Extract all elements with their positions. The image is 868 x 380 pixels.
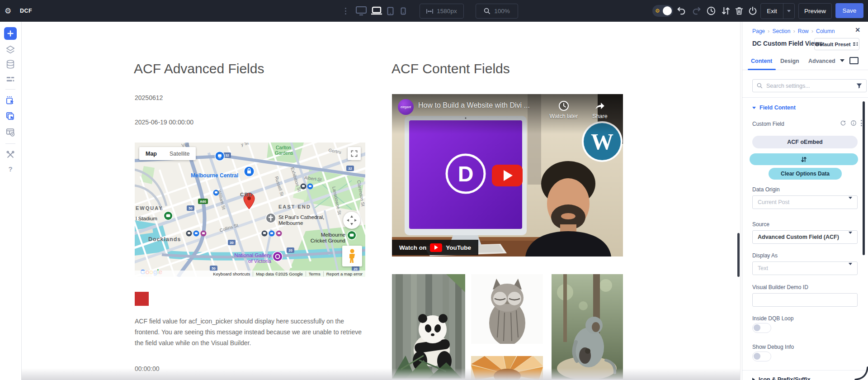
tab-design[interactable]: Design	[780, 58, 799, 64]
breadcrumb-column[interactable]: Column	[816, 28, 835, 34]
tab-content[interactable]: Content	[751, 58, 772, 64]
exit-dropdown[interactable]	[783, 4, 794, 19]
settings-search[interactable]	[752, 79, 867, 92]
power-icon[interactable]	[748, 6, 758, 16]
preview-button[interactable]: Preview	[798, 3, 832, 19]
kebab-menu-icon[interactable]	[861, 120, 862, 126]
expand-modal-icon[interactable]	[849, 57, 859, 64]
panel-resize-handle[interactable]	[854, 366, 868, 380]
preset-button[interactable]: Default Preset	[814, 38, 859, 50]
zoom-control[interactable]: 100%	[476, 4, 518, 19]
history-clock-icon[interactable]	[706, 6, 716, 16]
divi-screen-letter: D	[458, 162, 474, 186]
gallery-image-monkey[interactable]	[552, 274, 623, 379]
filter-funnel-icon[interactable]	[856, 83, 862, 89]
youtube-embed[interactable]: D W elegant How to Build a Website with …	[392, 94, 623, 256]
laptop-view-icon[interactable]	[371, 6, 382, 15]
hover-mode-icon[interactable]	[5, 111, 15, 121]
reset-icon[interactable]	[840, 120, 846, 126]
search-input[interactable]	[765, 82, 854, 90]
pegman-control[interactable]	[342, 246, 362, 266]
satellite-tab-button[interactable]: Satellite	[163, 147, 196, 160]
preview-data-icon[interactable]	[5, 127, 15, 137]
save-button[interactable]: Save	[835, 3, 863, 18]
wireframe-rows-icon[interactable]	[5, 74, 15, 84]
map-attribution: Keyboard shortcuts Map data ©2025 Google…	[135, 271, 365, 277]
pan-arrows-icon	[346, 215, 357, 226]
demo-id-input[interactable]	[752, 293, 858, 307]
redo-icon[interactable]	[692, 6, 702, 16]
close-icon[interactable]: ✕	[855, 26, 860, 33]
canvas-scrollbar[interactable]	[737, 233, 740, 277]
builder-gear-icon[interactable]: ⚙	[5, 6, 11, 16]
click-mode-icon[interactable]	[5, 95, 15, 105]
channel-avatar[interactable]: elegant	[398, 99, 414, 115]
video-title[interactable]: How to Build a Website with Divi ...	[418, 101, 530, 109]
desktop-view-icon[interactable]	[355, 6, 367, 16]
pan-control[interactable]	[343, 212, 360, 229]
google-map-embed[interactable]: 32 32 A60 50 30 20 20 50	[135, 142, 365, 277]
sidebar-divider	[5, 89, 15, 90]
data-origin-label: Data Origin	[752, 186, 780, 193]
map-label-ngv-1: National Gallery	[234, 252, 271, 258]
phone-view-icon[interactable]	[401, 7, 406, 15]
toolbar-menu-icon[interactable]	[345, 8, 346, 14]
display-as-select[interactable]: Text	[752, 261, 858, 275]
watch-later-icon[interactable]	[558, 100, 570, 114]
zoom-value: 100%	[494, 8, 510, 14]
play-button[interactable]	[492, 165, 523, 186]
source-select[interactable]: Advanced Custom Field (ACF)	[752, 230, 858, 244]
exit-button[interactable]: Exit	[760, 3, 795, 19]
keyboard-shortcuts-link[interactable]: Keyboard shortcuts	[210, 271, 253, 276]
gallery-image-owl[interactable]	[471, 274, 543, 344]
responsive-width-input[interactable]: 1580px	[420, 4, 464, 19]
data-origin-select[interactable]: Current Post	[752, 195, 858, 209]
add-module-button[interactable]	[4, 27, 17, 40]
tablet-view-icon[interactable]	[387, 7, 394, 15]
acf-color-swatch	[135, 292, 149, 306]
map-label-mcg-2: Cricket Ground	[311, 238, 345, 243]
gallery-image-panda[interactable]	[392, 274, 465, 379]
section-label: Field Content	[760, 104, 796, 111]
show-debug-toggle[interactable]	[752, 352, 771, 361]
sync-fields-button[interactable]	[750, 153, 858, 165]
tab-advanced[interactable]: Advanced	[808, 58, 835, 64]
shield-a60: A60	[200, 200, 206, 204]
shield-50b: 50	[212, 266, 215, 271]
clear-options-button[interactable]: Clear Options Data	[769, 168, 842, 180]
map-label-st-pauls-2: Melbourne	[278, 220, 303, 226]
breadcrumb-row[interactable]: Row	[798, 28, 809, 34]
layers-icon[interactable]	[5, 45, 15, 55]
custom-field-value-button[interactable]: ACF oEmbed	[752, 136, 858, 148]
search-icon	[757, 83, 763, 89]
database-icon[interactable]	[5, 59, 15, 69]
custom-field-label: Custom Field	[752, 121, 784, 127]
tabs-dropdown-icon[interactable]	[840, 59, 844, 62]
undo-icon[interactable]	[676, 6, 686, 16]
panel-scrollbar[interactable]	[863, 101, 865, 255]
info-icon[interactable]	[850, 120, 857, 126]
report-error-link[interactable]: Report a map error	[323, 271, 365, 276]
tools-icon[interactable]	[5, 150, 15, 160]
map-label-carlton-1: Carlton	[276, 145, 291, 150]
section-field-content[interactable]: Field Content	[752, 104, 796, 111]
terms-link[interactable]: Terms	[306, 271, 323, 276]
page-title: DCF	[20, 8, 32, 14]
builder-settings-toggle[interactable]: ⚙	[652, 5, 673, 17]
section-icon-prefix[interactable]: Icon & Prefix/Suffix	[752, 376, 811, 380]
portability-icon[interactable]	[721, 6, 731, 16]
share-icon[interactable]	[594, 100, 606, 113]
toggle-gear-icon: ⚙	[655, 8, 660, 14]
trash-icon[interactable]	[734, 6, 744, 16]
shield-20a: 20	[288, 248, 292, 252]
inside-dqb-toggle[interactable]	[752, 323, 771, 333]
chevron-down-icon	[849, 265, 852, 271]
map-tab-button[interactable]: Map	[139, 147, 163, 160]
divi-visual-builder: ⚙ DCF 1580px 100% ⚙	[0, 0, 868, 380]
inside-dqb-label: Inside DQB Loop	[752, 315, 793, 322]
help-icon[interactable]: ?	[5, 164, 15, 174]
breadcrumb-page[interactable]: Page	[752, 28, 765, 34]
watch-on-youtube-button[interactable]: Watch on YouTube	[392, 240, 478, 255]
breadcrumb-section[interactable]: Section	[772, 28, 790, 34]
fullscreen-button[interactable]	[348, 147, 361, 160]
